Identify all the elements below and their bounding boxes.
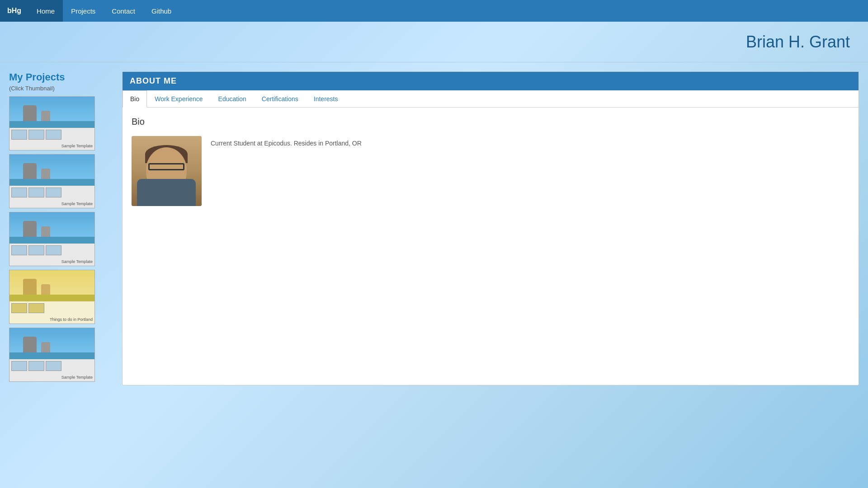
thumbnail-label-2: Sample Template (11, 202, 93, 206)
navbar-item-projects[interactable]: Projects (63, 0, 104, 22)
bio-info: Current Student at Epicodus. Resides in … (132, 136, 849, 206)
sidebar-title: My Projects (9, 71, 113, 83)
project-thumbnail-4[interactable]: Things to do in Portland (9, 270, 95, 324)
bio-photo (132, 136, 202, 206)
navbar-item-contact[interactable]: Contact (104, 0, 143, 22)
project-thumbnail-5[interactable]: Sample Template (9, 328, 95, 382)
header-area: Brian H. Grant (0, 22, 868, 62)
main-content: My Projects (Click Thumbnail) Sample Tem… (0, 62, 868, 394)
tab-interests[interactable]: Interests (306, 90, 346, 108)
thumbnail-label-3: Sample Template (11, 259, 93, 264)
bio-section-title: Bio (132, 117, 849, 127)
sidebar-hint: (Click Thumbnail) (9, 85, 113, 92)
bio-description: Current Student at Epicodus. Resides in … (211, 136, 362, 148)
bio-section: Bio Current Student at Epicodus. Resides… (123, 108, 859, 215)
thumbnail-label-1: Sample Template (11, 144, 93, 148)
site-title: Brian H. Grant (746, 33, 850, 52)
tab-bio[interactable]: Bio (123, 90, 147, 108)
thumbnail-label-4: Things to do in Portland (11, 317, 93, 322)
tabs-container: Bio Work Experience Education Certificat… (123, 90, 859, 108)
content-panel-title: ABOUT ME (123, 72, 859, 90)
navbar-item-github[interactable]: Github (143, 0, 179, 22)
tab-work-experience[interactable]: Work Experience (147, 90, 210, 108)
sidebar: My Projects (Click Thumbnail) Sample Tem… (9, 71, 113, 385)
navbar: bHg Home Projects Contact Github (0, 0, 868, 22)
project-thumbnail-3[interactable]: Sample Template (9, 212, 95, 266)
navbar-item-home[interactable]: Home (28, 0, 63, 22)
content-panel: ABOUT ME Bio Work Experience Education C… (122, 71, 859, 385)
tab-certifications[interactable]: Certifications (254, 90, 306, 108)
thumbnail-label-5: Sample Template (11, 375, 93, 380)
project-thumbnail-2[interactable]: Sample Template (9, 154, 95, 208)
navbar-brand[interactable]: bHg (0, 0, 28, 22)
project-thumbnail-1[interactable]: Sample Template (9, 96, 95, 150)
tab-education[interactable]: Education (211, 90, 254, 108)
